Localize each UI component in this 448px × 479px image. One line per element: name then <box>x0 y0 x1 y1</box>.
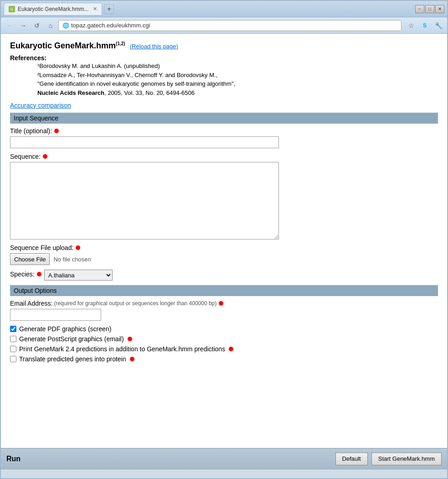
title-input[interactable] <box>10 136 279 148</box>
species-select[interactable]: A.thaliana H.sapiens M.musculus D.melano… <box>44 270 113 281</box>
file-upload-row: Sequence File upload: Choose File No fil… <box>10 244 438 265</box>
nav-icons: ☆ S 🔧 <box>405 20 444 31</box>
bookmark-icon[interactable]: ☆ <box>405 20 417 31</box>
title-bar: G Eukaryotic GeneMark.hmm... ✕ + − □ ✕ <box>1 1 447 17</box>
bottom-bar: Run Default Start GeneMark.hmm <box>1 448 447 469</box>
start-genemark-button[interactable]: Start GeneMark.hmm <box>371 453 442 465</box>
status-bar <box>1 469 447 478</box>
back-button[interactable]: ← <box>4 20 15 31</box>
no-file-text: No file chosen <box>53 256 91 263</box>
checkbox-pdf-row: Generate PDF graphics (screen) <box>10 325 438 333</box>
close-button[interactable]: ✕ <box>435 5 444 13</box>
choose-file-button[interactable]: Choose File <box>10 253 50 265</box>
reference-2: ²Lomsadze A., Ter-Hovhannisyan V., Chern… <box>37 71 438 98</box>
email-required-indicator <box>219 301 223 306</box>
email-sublabel: (required for graphical output or sequen… <box>54 300 216 307</box>
translate-required-indicator <box>130 357 134 361</box>
tab-close-button[interactable]: ✕ <box>93 6 97 12</box>
email-input[interactable] <box>10 309 101 321</box>
email-label: Email Address: (required for graphical o… <box>10 300 438 307</box>
sequence-field-row: Sequence: <box>10 153 438 240</box>
new-tab-button[interactable]: + <box>104 4 114 14</box>
home-button[interactable]: ⌂ <box>45 20 57 31</box>
input-section-header: Input Sequence <box>10 113 438 124</box>
ps-graphics-checkbox[interactable] <box>10 336 16 342</box>
address-globe-icon: 🌐 <box>62 22 69 29</box>
sequence-textarea[interactable] <box>10 162 279 240</box>
translate-label: Translate predicted genes into protein <box>19 355 126 363</box>
sequence-label: Sequence: <box>10 153 438 160</box>
browser-window: G Eukaryotic GeneMark.hmm... ✕ + − □ ✕ ←… <box>0 0 448 479</box>
nav-bar: ← → ↺ ⌂ 🌐 topaz.gatech.edu/eukhmm.cgi ☆ … <box>1 17 447 34</box>
genemark-label: Print GeneMark 2.4 predictions in additi… <box>19 345 225 353</box>
file-required-indicator <box>76 245 80 250</box>
genemark-checkbox[interactable] <box>10 346 16 352</box>
translate-checkbox[interactable] <box>10 356 16 362</box>
forward-button[interactable]: → <box>17 20 29 31</box>
ps-required-indicator <box>128 337 132 341</box>
email-row: Email Address: (required for graphical o… <box>10 300 438 321</box>
skype-icon[interactable]: S <box>419 20 431 31</box>
address-bar[interactable]: 🌐 topaz.gatech.edu/eukhmm.cgi <box>58 20 402 31</box>
references-section: References: ¹Borodovsky M. and Lukashin … <box>10 54 438 97</box>
checkbox-ps-row: Generate PostScript graphics (email) <box>10 335 438 343</box>
species-row: Species: A.thaliana H.sapiens M.musculus… <box>10 270 438 281</box>
checkbox-genemark-row: Print GeneMark 2.4 predictions in additi… <box>10 345 438 353</box>
minimize-button[interactable]: − <box>415 5 424 13</box>
tab-favicon: G <box>9 6 15 12</box>
content-area: Eukaryotic GeneMark.hmm(1,2) (Reload thi… <box>1 34 447 448</box>
title-required-indicator <box>54 129 59 133</box>
run-label: Run <box>6 455 21 463</box>
maximize-button[interactable]: □ <box>425 5 434 13</box>
genemark-required-indicator <box>229 347 233 351</box>
reload-link[interactable]: (Reload this page) <box>130 43 178 50</box>
species-label: Species: <box>10 271 41 278</box>
file-upload-controls: Choose File No file chosen <box>10 253 438 265</box>
tools-icon[interactable]: 🔧 <box>433 20 444 31</box>
title-label: Title (optional): <box>10 127 438 135</box>
title-field-row: Title (optional): <box>10 127 438 148</box>
species-required-indicator <box>37 272 41 276</box>
browser-tab[interactable]: G Eukaryotic GeneMark.hmm... ✕ <box>4 3 102 16</box>
sequence-required-indicator <box>43 154 47 159</box>
tab-title: Eukaryotic GeneMark.hmm... <box>18 6 88 12</box>
reference-1: ¹Borodovsky M. and Lukashin A. (unpublis… <box>37 62 438 71</box>
refresh-button[interactable]: ↺ <box>31 20 43 31</box>
url-text: topaz.gatech.edu/eukhmm.cgi <box>71 22 150 29</box>
references-label: References: <box>10 54 46 62</box>
page-title: Eukaryotic GeneMark.hmm(1,2) <box>10 41 125 51</box>
default-button[interactable]: Default <box>335 453 368 465</box>
ps-graphics-label: Generate PostScript graphics (email) <box>19 335 124 343</box>
file-upload-label: Sequence File upload: <box>10 244 438 251</box>
pdf-graphics-checkbox[interactable] <box>10 326 16 332</box>
checkbox-translate-row: Translate predicted genes into protein <box>10 355 438 363</box>
window-controls: − □ ✕ <box>415 5 444 13</box>
output-section-header: Output Options <box>10 285 438 296</box>
accuracy-comparison-link[interactable]: Accuracy comparison <box>10 102 438 109</box>
pdf-graphics-label: Generate PDF graphics (screen) <box>19 325 111 333</box>
